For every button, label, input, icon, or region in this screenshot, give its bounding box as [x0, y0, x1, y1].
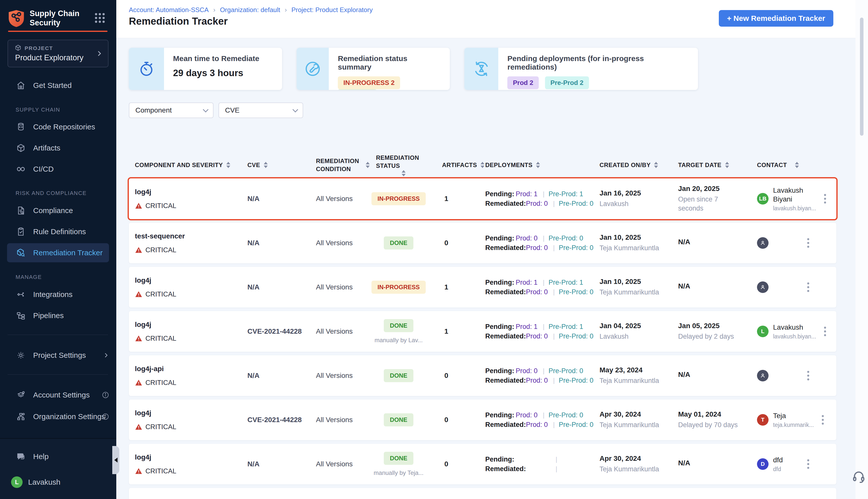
sidebar-item-cicd[interactable]: CI/CD — [0, 160, 116, 178]
pending-preprod-count[interactable]: Pre-Prod: 1 — [548, 323, 583, 331]
sidebar-item-pipelines[interactable]: Pipelines — [0, 307, 116, 324]
breadcrumb-account[interactable]: Account: Automation-SSCA — [129, 6, 220, 14]
pending-preprod-count[interactable]: Pre-Prod: 1 — [548, 279, 583, 287]
person-icon — [759, 283, 767, 291]
column-header[interactable]: CONTACT — [741, 161, 812, 169]
row-menu-button[interactable] — [805, 280, 812, 294]
row-menu-button[interactable] — [821, 192, 829, 206]
cve-cell: CVE-2021-44228 — [243, 416, 307, 424]
row-menu-button[interactable] — [821, 324, 829, 339]
sidebar-item-remediation-tracker[interactable]: Remediation Tracker — [7, 243, 109, 262]
svg-text:?: ? — [19, 454, 21, 458]
row-menu-button[interactable] — [805, 236, 812, 250]
column-header[interactable]: REMEDIATION CONDITION — [307, 157, 370, 173]
sidebar-item-organization-settings[interactable]: Organization Settings — [0, 408, 116, 425]
pending-label: Pending: — [485, 234, 516, 242]
separator — [539, 367, 548, 375]
contact-cell: D dfd dfd — [741, 455, 812, 473]
created-by: Teja Kummarikuntla — [599, 421, 662, 429]
sidebar-item-label: Get Started — [33, 81, 72, 90]
project-selector[interactable]: PROJECT Product Exploratory — [8, 40, 109, 67]
remediated-prod-count[interactable]: Prod: 0 — [526, 421, 549, 429]
breadcrumb-organization[interactable]: Organization: default — [220, 6, 292, 14]
sort-icon — [536, 162, 540, 168]
pending-preprod-count[interactable]: Pre-Prod: 0 — [548, 234, 583, 242]
cve-filter-dropdown[interactable]: CVE — [219, 102, 303, 118]
preprod-pending-badge[interactable]: Pre-Prod 2 — [545, 76, 589, 89]
sidebar-item-account-settings[interactable]: Account Settings — [0, 386, 116, 404]
separator — [549, 199, 559, 208]
sidebar-item-code-repositories[interactable]: Code Repositories — [0, 118, 116, 136]
table-row[interactable]: log4j CRITICAL N/A All Versions IN-PROGR… — [129, 179, 836, 219]
info-icon[interactable] — [102, 391, 109, 399]
remediated-label: Remediated: — [485, 244, 526, 252]
table-row[interactable]: log4j Pending: — [129, 488, 836, 499]
target-date-cell: N/A — [664, 370, 741, 381]
vertical-scrollbar[interactable] — [860, 17, 864, 136]
sidebar-item-compliance[interactable]: Compliance — [0, 202, 116, 219]
pending-preprod-count[interactable]: Pre-Prod: 0 — [548, 411, 583, 419]
sidebar-item-project-settings[interactable]: Project Settings — [0, 346, 116, 364]
table-row[interactable]: log4j CRITICAL CVE-2021-44228 All Versio… — [129, 400, 836, 440]
column-header[interactable]: COMPONENT AND SEVERITY — [135, 161, 243, 169]
remediated-prod-count[interactable]: Prod: 0 — [526, 200, 549, 208]
pending-preprod-count[interactable]: Pre-Prod: 0 — [548, 367, 583, 375]
mttr-value: 29 days 3 hours — [173, 68, 259, 78]
remediated-prod-count[interactable]: Prod: 0 — [526, 377, 549, 385]
table-row[interactable]: log4j-api CRITICAL N/A All Versions DONE… — [129, 355, 836, 396]
sidebar-item-integrations[interactable]: Integrations — [0, 286, 116, 303]
pending-prod-count[interactable]: Prod: 0 — [516, 367, 539, 375]
pending-prod-count[interactable]: Prod: 1 — [516, 279, 539, 287]
prod-pending-badge[interactable]: Prod 2 — [507, 76, 539, 89]
in-progress-count-badge[interactable]: IN-PROGRESS 2 — [338, 76, 400, 89]
deployments-cell: Pending: Prod: 1 Pre-Prod: 1 Remediated:… — [465, 321, 583, 342]
sidebar-collapse-handle[interactable] — [112, 446, 119, 474]
info-icon[interactable] — [102, 413, 109, 421]
app-logo[interactable]: Supply Chain Security — [8, 9, 109, 28]
user-menu[interactable]: L Lavakush — [0, 473, 116, 491]
column-header[interactable]: DEPLOYMENTS — [465, 161, 583, 169]
column-header[interactable]: TARGET DATE — [664, 161, 741, 169]
component-filter-dropdown[interactable]: Component — [129, 102, 213, 118]
row-menu-button[interactable] — [805, 368, 812, 383]
pending-prod-count[interactable]: Prod: 0 — [516, 234, 539, 242]
done-count-badge[interactable]: DONE 26 — [338, 89, 377, 90]
pending-prod-count[interactable]: Prod: 0 — [516, 411, 539, 419]
column-header[interactable]: CREATED ON/BY — [583, 161, 664, 169]
project-label: PROJECT — [25, 45, 53, 51]
remediated-prod-count[interactable]: Prod: 0 — [526, 288, 549, 296]
pending-prod-count[interactable]: Prod: 1 — [516, 190, 539, 198]
new-remediation-tracker-button[interactable]: + New Remediation Tracker — [719, 10, 833, 27]
remediation-status-cell: DONE — [370, 369, 427, 382]
remediation-tracker-icon — [15, 248, 26, 258]
column-header[interactable]: REMEDIATION STATUS — [370, 154, 427, 177]
critical-warning-icon — [135, 467, 142, 475]
table-row[interactable]: test-sequencer CRITICAL N/A All Versions… — [129, 223, 836, 263]
table-row[interactable]: log4j CRITICAL N/A All Versions DONE man… — [129, 444, 836, 484]
column-header[interactable]: ARTIFACTS — [427, 161, 465, 169]
severity-label: CRITICAL — [146, 291, 176, 298]
breadcrumb-project[interactable]: Project: Product Exploratory — [292, 6, 373, 14]
module-grid-icon[interactable] — [95, 13, 106, 24]
column-header[interactable]: CVE — [243, 161, 307, 169]
sort-icon — [795, 162, 799, 168]
remediated-prod-count[interactable]: Prod: 0 — [526, 332, 549, 340]
sidebar-item-help[interactable]: ? Help — [0, 448, 116, 465]
contact-info — [773, 375, 799, 376]
created-cell: Jan 10, 2025 Teja Kummarikuntla — [583, 278, 664, 297]
cve-cell: CVE-2021-44228 — [243, 327, 307, 336]
pending-prod-count[interactable]: Prod: 1 — [516, 323, 539, 331]
sidebar-item-artifacts[interactable]: Artifacts — [0, 139, 116, 157]
remediated-prod-count[interactable]: Prod: 0 — [526, 244, 549, 252]
sidebar-item-rule-definitions[interactable]: Rule Definitions — [0, 223, 116, 241]
table-row[interactable]: log4j CRITICAL N/A All Versions IN-PROGR… — [129, 267, 836, 307]
pending-preprod-count[interactable]: Pre-Prod: 1 — [548, 190, 583, 198]
avatar: L — [11, 476, 23, 488]
sidebar-item-get-started[interactable]: Get Started — [0, 77, 116, 94]
table-row[interactable]: log4j CRITICAL CVE-2021-44228 All Versio… — [129, 311, 836, 352]
row-menu-button[interactable] — [805, 457, 812, 471]
row-menu-button[interactable] — [819, 413, 826, 427]
table-header: COMPONENT AND SEVERITY CVE REMEDIATION C… — [129, 154, 836, 174]
avatar: D — [757, 458, 769, 470]
support-chat-icon[interactable] — [852, 469, 866, 485]
